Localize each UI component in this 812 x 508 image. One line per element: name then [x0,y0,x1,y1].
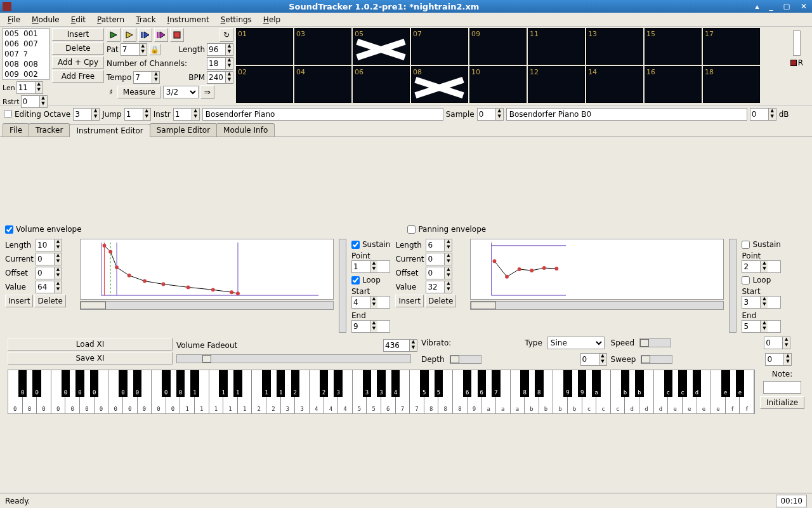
vol-length-spinner[interactable]: ▲▼ [36,239,62,251]
black-key[interactable]: 0 [62,370,70,397]
speed-spinner[interactable]: ▲▼ [764,337,790,349]
black-key[interactable]: e [736,370,745,397]
menu-file[interactable]: File [3,14,25,25]
black-key[interactable]: 1 [262,370,271,397]
addfree-button[interactable]: Add Free [52,70,104,83]
pat-spinner[interactable]: ▲▼ [121,43,147,56]
track-12[interactable]: 12 [528,66,585,103]
play-pattern-icon[interactable] [122,28,136,42]
black-key[interactable]: 0 [18,370,27,397]
black-key[interactable]: 1 [190,370,199,397]
menu-pattern[interactable]: Pattern [92,14,129,25]
pan-length-spinner[interactable]: ▲▼ [426,239,452,251]
stop-icon[interactable] [170,28,184,42]
pan-offset-spinner[interactable]: ▲▼ [426,267,452,279]
keyboard[interactable]: 0000000000000000000001111111121213234243… [8,370,755,414]
black-key[interactable]: 5 [420,370,429,397]
vol-insert-button[interactable]: Insert [5,295,33,307]
track-11[interactable]: 11 [528,28,585,65]
black-key[interactable]: 6 [463,370,472,397]
track-18[interactable]: 18 [703,66,760,103]
black-key[interactable]: a [592,370,601,397]
tab-module-info[interactable]: Module Info [216,123,275,137]
insert-button[interactable]: Insert [52,28,104,41]
db-spinner[interactable]: ▲▼ [750,108,776,121]
black-key[interactable]: d [693,370,702,397]
vol-current-spinner[interactable]: ▲▼ [36,253,62,265]
depth-slider[interactable] [450,355,481,364]
track-04[interactable]: 04 [294,66,351,103]
black-key[interactable]: 3 [377,370,386,397]
vol-offset-spinner[interactable]: ▲▼ [36,267,62,279]
instr-name-input[interactable] [202,108,443,121]
orderlist-row[interactable]: 009002 [3,69,49,79]
track-03[interactable]: 03 [294,28,351,65]
menu-instrument[interactable]: Instrument [162,14,214,25]
black-key[interactable]: 0 [162,370,171,397]
record-icon[interactable] [790,60,797,66]
vol-vscroll[interactable] [339,239,346,333]
editoct-check[interactable] [4,110,12,118]
vol-sustain-check[interactable] [351,241,360,249]
sample-spinner[interactable]: ▲▼ [477,108,504,121]
tab-sample-editor[interactable]: Sample Editor [150,123,217,137]
window-close-icon[interactable]: ✕ [798,2,809,11]
lock-icon[interactable]: 🔒 [149,44,160,55]
editoct-spinner[interactable]: ▲▼ [73,108,100,121]
play-loop-icon[interactable] [154,28,168,42]
loop-icon[interactable]: ↻ [219,28,233,42]
sharp-icon[interactable]: ♯ [107,88,115,97]
track-07[interactable]: 07 [411,28,468,65]
black-key[interactable]: 1 [219,370,228,397]
track-15[interactable]: 15 [645,28,702,65]
orderlist-row[interactable]: 005001 [3,29,49,39]
play-icon[interactable] [107,28,121,42]
black-key[interactable]: 1 [233,370,242,397]
black-key[interactable]: 7 [492,370,501,397]
black-key[interactable]: 2 [320,370,329,397]
black-key[interactable]: 9 [578,370,587,397]
track-09[interactable]: 09 [469,28,527,65]
volenv-check[interactable] [5,225,13,234]
vibrato-type-select[interactable]: Sine [547,337,605,349]
black-key[interactable]: c [664,370,673,397]
pan-end-spinner[interactable]: ▲▼ [742,320,780,333]
nchan-spinner[interactable]: ▲▼ [207,57,233,70]
speed-slider[interactable] [639,338,671,347]
vol-value-spinner[interactable]: ▲▼ [36,281,62,293]
sweep-slider[interactable] [641,355,672,364]
track-06[interactable]: 06 [353,66,410,103]
track-10[interactable]: 10 [469,66,527,103]
initialize-button[interactable]: Initialize [760,396,804,409]
black-key[interactable]: 4 [391,370,400,397]
black-key[interactable]: b [635,370,644,397]
black-key[interactable]: 9 [563,370,572,397]
black-key[interactable]: 0 [32,370,41,397]
black-key[interactable]: 5 [435,370,443,397]
loadxi-button[interactable]: Load XI [8,338,173,351]
vol-start-spinner[interactable]: ▲▼ [351,296,390,309]
addcpy-button[interactable]: Add + Cpy [52,56,104,69]
black-key[interactable]: 0 [176,370,185,397]
orderlist-row[interactable]: 006007 [3,39,49,49]
note-input[interactable] [763,381,801,394]
vol-point-spinner[interactable]: ▲▼ [351,260,390,273]
apply-icon[interactable]: ⇒ [200,85,214,99]
track-01[interactable]: 01 [236,28,293,65]
vol-envelope-graph[interactable] [80,239,334,300]
depth-spinner[interactable]: ▲▼ [580,353,607,366]
track-14[interactable]: 14 [586,66,643,103]
black-key[interactable]: 0 [119,370,128,397]
window-maximize-icon[interactable]: ▢ [781,2,793,11]
window-minimize-icon[interactable]: ▴ [753,2,762,11]
window-minimize2-icon[interactable]: _ [767,2,776,11]
track-17[interactable]: 17 [703,28,760,65]
play-cursor-icon[interactable] [138,28,152,42]
vol-end-spinner[interactable]: ▲▼ [351,320,390,333]
pan-vscroll[interactable] [729,239,737,333]
black-key[interactable]: b [621,370,630,397]
length-spinner[interactable]: ▲▼ [207,43,233,56]
menu-edit[interactable]: Edit [66,14,91,25]
pan-hscroll[interactable] [470,301,724,310]
pan-start-spinner[interactable]: ▲▼ [742,296,780,309]
